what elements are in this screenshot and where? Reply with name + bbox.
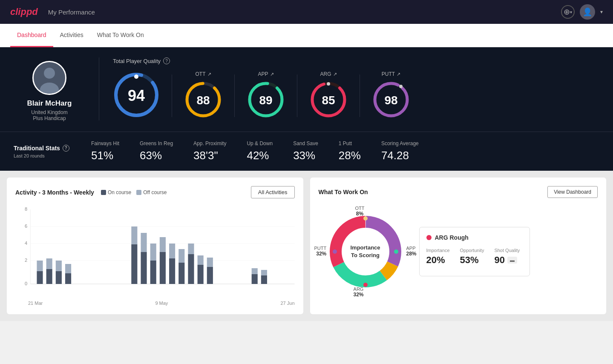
bottom-section: Activity - 3 Months - Weekly On course O…	[0, 171, 613, 321]
arg-score-circle: ARG ↗ 85	[309, 71, 348, 120]
avatar-icon: 👤	[583, 7, 592, 17]
app-circle-wrap: 89	[247, 80, 285, 120]
bar	[56, 271, 62, 284]
bar	[252, 274, 258, 284]
score-divider-2	[234, 75, 235, 117]
wtw-content: ImportanceTo Scoring OTT 8% APP 28% ARG …	[319, 205, 598, 298]
ott-circle-wrap: 88	[184, 80, 222, 120]
trad-help-icon[interactable]: ?	[63, 145, 69, 152]
bar	[150, 261, 156, 284]
svg-text:0: 0	[25, 281, 27, 286]
logo-text: clippd	[10, 6, 38, 17]
donut-center-text: ImportanceTo Scoring	[350, 244, 380, 259]
trad-stats-grid: Fairways Hit 51% Greens In Reg 63% App. …	[91, 140, 599, 162]
stat-updown-label: Up & Down	[247, 140, 273, 146]
stat-scoring-value: 74.28	[381, 149, 409, 162]
chart-panel-header: Activity - 3 Months - Weekly On course O…	[15, 186, 295, 198]
bar-chart-svg: 0 2 4 6 8	[15, 205, 295, 299]
bar-off	[207, 258, 213, 267]
stat-1-putt: 1 Putt 28%	[339, 140, 361, 162]
stat-fairways-hit: Fairways Hit 51%	[91, 140, 119, 162]
app-score-circle: APP ↗ 89	[247, 71, 285, 120]
stat-putt-label: 1 Putt	[339, 140, 352, 146]
main-score-circle: 94	[113, 72, 160, 120]
avatar[interactable]: 👤	[580, 4, 595, 20]
bar-off	[169, 244, 175, 258]
help-icon[interactable]: ?	[163, 57, 170, 64]
tab-activities[interactable]: Activities	[53, 24, 90, 47]
player-country: United Kingdom	[31, 109, 67, 115]
shot-quality-badge: ▬	[507, 257, 517, 264]
app-arrow-icon: ↗	[270, 72, 274, 77]
bar-off	[198, 255, 204, 265]
donut-container: ImportanceTo Scoring OTT 8% APP 28% ARG …	[319, 205, 412, 298]
svg-text:6: 6	[25, 224, 27, 229]
bar	[131, 244, 137, 284]
svg-text:8: 8	[25, 206, 27, 212]
bar-off	[141, 233, 147, 252]
wtw-title: What To Work On	[319, 189, 368, 195]
stat-app-value: 38'3"	[193, 149, 218, 162]
app-label: APP ↗	[258, 71, 273, 77]
bar	[37, 271, 43, 284]
bar	[46, 269, 52, 284]
score-divider-3	[297, 75, 297, 117]
stat-fairways-hit-label: Fairways Hit	[91, 140, 119, 146]
bar-off	[65, 264, 71, 273]
chart-title: Activity - 3 Months - Weekly	[15, 189, 94, 196]
tab-dashboard[interactable]: Dashboard	[10, 24, 53, 47]
stat-updown-value: 42%	[247, 149, 269, 162]
main-circle-wrap: 94	[113, 72, 160, 120]
shot-quality-label: Shot Quality	[494, 248, 520, 253]
bar	[141, 252, 147, 284]
putt-arrow-icon: ↗	[397, 72, 400, 77]
svg-point-12	[327, 82, 330, 86]
bar-off	[188, 244, 194, 254]
stat-scoring-label: Scoring Average	[381, 140, 419, 146]
metric-importance: Importance 20%	[426, 248, 450, 266]
chart-area: 0 2 4 6 8	[15, 205, 295, 299]
what-to-work-on-panel: What To Work On View Dashboard	[310, 178, 607, 314]
tab-what-to-work-on[interactable]: What To Work On	[90, 24, 151, 47]
logo: clippd My Performance	[10, 6, 95, 17]
add-button[interactable]: ⊕ ▾	[561, 5, 575, 19]
stat-sand-save: Sand Save 33%	[293, 140, 318, 162]
x-label-3: 27 Jun	[280, 301, 294, 306]
all-activities-button[interactable]: All Activities	[251, 186, 295, 198]
info-metrics: Importance 20% Opportunity 53% Shot Qual…	[426, 248, 523, 266]
bar-off	[160, 237, 166, 252]
importance-label: Importance	[426, 248, 450, 253]
bar	[169, 258, 175, 284]
bar-off	[261, 270, 267, 275]
legend-on-course: On course	[101, 189, 131, 195]
arg-donut-label: ARG 32%	[354, 287, 364, 298]
opportunity-label: Opportunity	[460, 248, 484, 253]
bar	[65, 273, 71, 284]
opportunity-value: 53%	[460, 255, 484, 266]
shot-quality-value: 90	[494, 255, 504, 266]
svg-point-33	[333, 249, 337, 254]
chart-legend: On course Off course	[101, 189, 167, 195]
on-course-dot	[101, 190, 106, 195]
stat-scoring-average: Scoring Average 74.28	[381, 140, 419, 162]
ott-score-value: 88	[196, 94, 210, 107]
player-name: Blair McHarg	[27, 99, 72, 108]
info-card-title: ARG Rough	[426, 234, 523, 241]
svg-point-30	[363, 216, 368, 221]
bar-off	[37, 261, 43, 271]
off-course-dot	[136, 190, 141, 195]
putt-score-value: 98	[384, 94, 397, 107]
score-divider-1	[172, 75, 172, 117]
stat-app-proximity: App. Proximity 38'3"	[193, 140, 226, 162]
svg-point-1	[44, 68, 55, 79]
arg-circle-wrap: 85	[309, 80, 348, 120]
bar-off	[150, 244, 156, 261]
activity-chart-panel: Activity - 3 Months - Weekly On course O…	[7, 178, 303, 314]
stat-putt-value: 28%	[339, 149, 361, 162]
avatar-dropdown-icon[interactable]: ▾	[600, 9, 603, 15]
ott-label: OTT ↗	[196, 71, 211, 77]
putt-donut-label: PUTT 32%	[314, 246, 327, 257]
view-dashboard-button[interactable]: View Dashboard	[547, 186, 598, 198]
scores-row: 94 OTT ↗ 88	[113, 71, 599, 120]
app-header: clippd My Performance ⊕ ▾ 👤 ▾	[0, 0, 613, 24]
